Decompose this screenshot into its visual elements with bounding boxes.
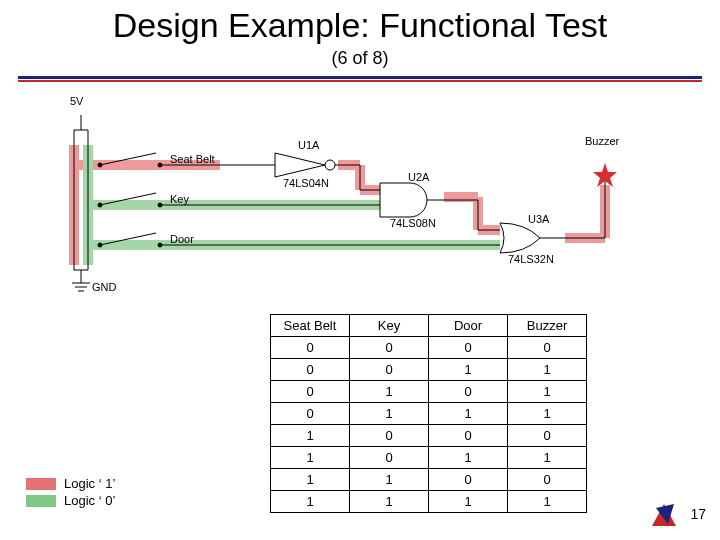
table-cell: 1 [271,447,350,469]
label-seatbelt: Seat Belt [170,153,215,165]
table-cell: 0 [350,359,429,381]
table-cell: 0 [350,425,429,447]
page-subtitle: (6 of 8) [0,48,720,69]
table-cell: 1 [429,359,508,381]
legend: Logic ‘ 1’ Logic ‘ 0’ [26,474,115,510]
star-icon [650,502,680,528]
table-cell: 1 [271,491,350,513]
table-cell: 0 [508,337,587,359]
table-cell: 1 [350,381,429,403]
page-title: Design Example: Functional Test [18,6,702,45]
table-row: 0111 [271,403,587,425]
table-cell: 0 [271,403,350,425]
table-cell: 0 [429,337,508,359]
table-cell: 1 [508,403,587,425]
truth-table: Seat Belt Key Door Buzzer 00000011010101… [270,314,587,513]
table-cell: 0 [271,359,350,381]
table-row: 1011 [271,447,587,469]
table-row: 1111 [271,491,587,513]
label-gnd: GND [92,281,116,293]
legend-label-0: Logic ‘ 0’ [64,493,115,508]
table-row: 1000 [271,425,587,447]
table-row: 1100 [271,469,587,491]
table-cell: 1 [350,469,429,491]
th-key: Key [350,315,429,337]
table-header-row: Seat Belt Key Door Buzzer [271,315,587,337]
table-cell: 1 [271,469,350,491]
table-cell: 1 [508,447,587,469]
table-cell: 0 [271,381,350,403]
schematic-diagram: 5V GND Seat Belt Key Door U1A 74LS04N U2… [30,95,670,305]
table-cell: 0 [429,381,508,403]
table-cell: 1 [429,447,508,469]
label-key: Key [170,193,189,205]
swatch-logic-0 [26,495,56,507]
label-door: Door [170,233,194,245]
table-body: 00000011010101111000101111001111 [271,337,587,513]
table-cell: 1 [271,425,350,447]
label-u2a: U2A [408,171,429,183]
table-cell: 0 [508,469,587,491]
th-door: Door [429,315,508,337]
table-cell: 0 [271,337,350,359]
th-buzzer: Buzzer [508,315,587,337]
legend-logic-1: Logic ‘ 1’ [26,476,115,491]
table-row: 0011 [271,359,587,381]
label-buzzer: Buzzer [585,135,619,147]
svg-point-32 [325,160,335,170]
label-u3a-pn: 74LS32N [508,253,554,265]
table-row: 0000 [271,337,587,359]
label-u2a-pn: 74LS08N [390,217,436,229]
label-u1a-pn: 74LS04N [283,177,329,189]
label-u1a: U1A [298,139,319,151]
table-cell: 0 [429,425,508,447]
legend-logic-0: Logic ‘ 0’ [26,493,115,508]
label-u3a: U3A [528,213,549,225]
table-cell: 0 [429,469,508,491]
swatch-logic-1 [26,478,56,490]
table-cell: 1 [508,359,587,381]
table-row: 0101 [271,381,587,403]
table-cell: 0 [350,337,429,359]
divider-blue [18,76,702,79]
legend-label-1: Logic ‘ 1’ [64,476,115,491]
table-cell: 1 [508,491,587,513]
label-5v: 5V [70,95,83,107]
schematic-svg [30,95,670,305]
table-cell: 1 [429,491,508,513]
divider-red [18,80,702,82]
page-number: 17 [690,506,706,522]
table-cell: 1 [508,381,587,403]
slide: Design Example: Functional Test (6 of 8) [0,0,720,540]
table-cell: 0 [508,425,587,447]
table-cell: 1 [350,491,429,513]
table-cell: 1 [429,403,508,425]
table-cell: 0 [350,447,429,469]
table-cell: 1 [350,403,429,425]
th-seatbelt: Seat Belt [271,315,350,337]
